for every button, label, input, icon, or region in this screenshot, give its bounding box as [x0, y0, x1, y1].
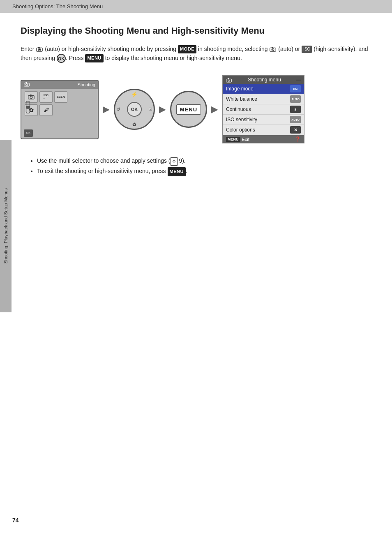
lcd-icons-row1: ISO▪ SCEN [21, 89, 98, 104]
lcd-icon-iso: ISO▪ [39, 91, 53, 103]
sm-badge-image-mode: 8м [290, 85, 301, 92]
ok-button[interactable]: OK [127, 102, 142, 117]
sm-badge-continuous: S [290, 106, 301, 113]
top-bar: Shooting Options: The Shooting Menu [0, 0, 392, 13]
intro-paragraph: Enter (auto) or high-sensitivity shootin… [21, 44, 374, 63]
sm-label-color-options: Color options [226, 127, 255, 133]
sm-header-title: Shooting menu [248, 77, 281, 83]
sm-row-iso[interactable]: ISO sensitivity AUTO [223, 115, 304, 125]
side-tab: Shooting, Playback and Setup Menus [0, 140, 12, 312]
ok-circle-icon: OK [57, 54, 66, 63]
sm-footer-exit: Exit [242, 137, 249, 142]
svg-rect-6 [272, 47, 273, 48]
svg-rect-16 [226, 79, 232, 82]
lcd-title: Shooting [78, 82, 95, 87]
svg-rect-2 [38, 47, 40, 48]
lcd-bottom-ok: OK [24, 129, 33, 137]
sm-header: Shooting menu — [223, 76, 304, 84]
hi-sens-icon: ISO [302, 46, 312, 53]
sm-row-color-options[interactable]: Color options ✕ [223, 125, 304, 135]
lcd-icons-row2: ✿ 🖌 [21, 104, 98, 117]
lcd-screen: Shooting ISO▪ SCEN ✿ 🖌 [21, 80, 99, 139]
dial-top-symbol: ⚡ [131, 91, 138, 97]
sm-label-iso: ISO sensitivity [226, 117, 257, 122]
svg-point-3 [39, 49, 40, 50]
arrow-2: ▶ [159, 104, 166, 115]
control-dial-container: ⚡ ☑ ✿ ↺ OK [114, 89, 155, 130]
lcd-left-icon [24, 101, 32, 115]
diagram-row: Shooting ISO▪ SCEN ✿ 🖌 [21, 75, 376, 143]
svg-point-17 [228, 80, 230, 81]
mode-key: MODE [178, 45, 196, 53]
sm-footer: MENU Exit ❓ [223, 135, 304, 143]
arrow-1: ▶ [103, 104, 110, 115]
sm-badge-iso: AUTO [290, 116, 301, 123]
bullet-item-2: To exit the shooting or high-sensitivity… [37, 166, 376, 176]
lcd-icon-scen: SCEN [54, 91, 67, 103]
control-dial: ⚡ ☑ ✿ ↺ OK [114, 89, 155, 130]
side-tab-label: Shooting, Playback and Setup Menus [3, 188, 8, 263]
menu-button-label: MENU [176, 104, 201, 115]
sm-label-continuous: Continuous [226, 106, 251, 112]
bullet-list: Use the multi selector to choose and app… [37, 156, 376, 176]
menu-text: MENU [180, 106, 197, 113]
dial-left-symbol: ↺ [116, 106, 120, 112]
svg-rect-18 [228, 78, 229, 79]
page-title: Displaying the Shooting Menu and High-se… [21, 25, 376, 37]
sm-footer-help-icon: ❓ [295, 136, 301, 142]
svg-point-9 [26, 83, 28, 85]
svg-rect-15 [26, 106, 30, 109]
lcd-camera-icon [24, 82, 30, 88]
sm-header-icon [226, 77, 233, 83]
dial-bottom-symbol: ✿ [132, 122, 136, 127]
ok-label: OK [131, 107, 138, 112]
settings-icon: ⚙ [171, 157, 178, 166]
menu-button-display: MENU [170, 91, 207, 128]
svg-point-12 [30, 96, 32, 99]
sm-badge-white-balance: AUTO [290, 95, 301, 103]
main-content: Displaying the Shooting Menu and High-se… [0, 13, 392, 189]
lcd-icon-paint: 🖌 [39, 104, 53, 116]
page-number: 74 [12, 517, 19, 524]
shooting-menu-panel: Shooting menu — Image mode 8м White bala… [222, 75, 304, 143]
dial-right-symbol: ☑ [148, 107, 152, 112]
camera-auto-icon [36, 46, 43, 52]
sm-footer-key: MENU [226, 137, 240, 142]
svg-rect-10 [25, 82, 27, 83]
sm-header-dash: — [296, 77, 301, 83]
svg-rect-13 [30, 95, 32, 95]
arrow-3: ▶ [211, 104, 218, 115]
sm-row-white-balance[interactable]: White balance AUTO [223, 94, 304, 104]
top-bar-text: Shooting Options: The Shooting Menu [12, 3, 103, 9]
sm-badge-color-options: ✕ [290, 126, 301, 134]
menu-key-bullet: MENU [168, 167, 186, 176]
sm-row-continuous[interactable]: Continuous S [223, 104, 304, 115]
sm-label-white-balance: White balance [226, 96, 257, 102]
bullet-item-1: Use the multi selector to choose and app… [37, 156, 376, 166]
sm-label-image-mode: Image mode [226, 86, 254, 92]
sm-row-image-mode[interactable]: Image mode 8м [223, 84, 304, 94]
camera-auto-icon2 [270, 46, 276, 52]
svg-point-7 [272, 49, 273, 50]
lcd-top-bar: Shooting [21, 81, 98, 89]
menu-key-intro: MENU [85, 54, 103, 62]
